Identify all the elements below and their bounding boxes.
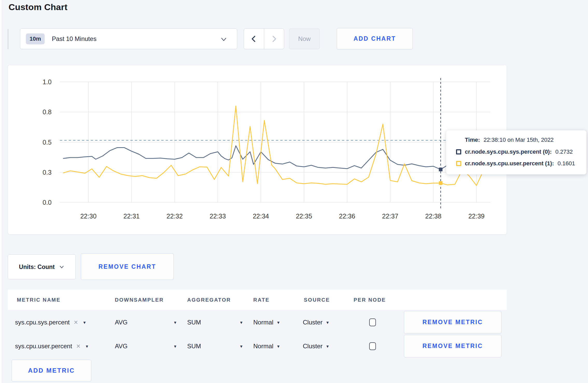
svg-text:0.5: 0.5 xyxy=(43,139,52,146)
caret-down-icon[interactable]: ▼ xyxy=(239,344,243,349)
column-header-downsampler: DOWNSAMPLER xyxy=(115,297,164,303)
tooltip-series-value: 0.2732 xyxy=(555,148,573,155)
source-select[interactable]: Cluster xyxy=(303,319,323,326)
chevron-down-icon xyxy=(59,264,65,270)
metric-row: sys.cpu.user.percent × ▼ AVG ▼ SUM ▼ Nor… xyxy=(8,335,507,358)
tooltip-time: Time:22:38:10 on Mar 15th, 2022 xyxy=(465,137,554,143)
chart-panel: 0.00.30.50.81.022:3022:3122:3222:3322:34… xyxy=(8,65,507,235)
metric-row: sys.cpu.sys.percent × ▼ AVG ▼ SUM ▼ Norm… xyxy=(8,311,507,334)
svg-text:22:38: 22:38 xyxy=(425,212,442,220)
remove-metric-button[interactable]: REMOVE METRIC xyxy=(404,311,501,334)
previous-timespan-button[interactable] xyxy=(244,29,264,49)
svg-text:0.0: 0.0 xyxy=(43,199,52,206)
add-chart-button[interactable]: ADD CHART xyxy=(337,28,413,49)
tooltip-series-value: 0.1601 xyxy=(558,160,575,167)
column-header-metric-name: METRIC NAME xyxy=(17,297,61,303)
tooltip-time-label: Time: xyxy=(465,137,480,143)
remove-metric-button[interactable]: REMOVE METRIC xyxy=(404,335,501,357)
remove-chart-button[interactable]: REMOVE CHART xyxy=(81,253,174,280)
svg-text:22:36: 22:36 xyxy=(339,212,355,220)
svg-text:1.0: 1.0 xyxy=(43,78,52,86)
svg-text:22:35: 22:35 xyxy=(296,212,312,220)
chart-svg[interactable]: 0.00.30.50.81.022:3022:3122:3222:3322:34… xyxy=(8,65,507,235)
tooltip-series-name: cr.node.sys.cpu.sys.percent (0): xyxy=(465,148,552,155)
chart-tooltip: Time:22:38:10 on Mar 15th, 2022 cr.node.… xyxy=(446,130,586,174)
time-nav-group xyxy=(244,29,284,49)
svg-text:22:30: 22:30 xyxy=(80,212,97,220)
caret-down-icon[interactable]: ▼ xyxy=(326,320,330,325)
chevron-down-icon xyxy=(220,36,227,44)
timescale-dropdown[interactable]: 10m Past 10 Minutes xyxy=(20,29,237,49)
svg-text:0.8: 0.8 xyxy=(43,108,52,116)
caret-down-icon[interactable]: ▼ xyxy=(276,344,280,349)
rate-select[interactable]: Normal xyxy=(253,343,273,350)
downsampler-select[interactable]: AVG xyxy=(115,319,128,326)
caret-down-icon[interactable]: ▼ xyxy=(83,320,87,325)
caret-down-icon[interactable]: ▼ xyxy=(276,320,280,325)
timescale-label: Past 10 Minutes xyxy=(52,35,96,42)
per-node-checkbox[interactable] xyxy=(369,342,376,350)
clear-metric-icon[interactable]: × xyxy=(74,318,78,327)
column-header-source: SOURCE xyxy=(304,297,330,303)
source-select[interactable]: Cluster xyxy=(303,343,323,350)
svg-text:22:34: 22:34 xyxy=(253,212,269,220)
add-metric-button[interactable]: ADD METRIC xyxy=(12,360,91,381)
units-label: Units: Count xyxy=(19,264,55,271)
column-header-aggregator: AGGREGATOR xyxy=(187,297,231,303)
now-button[interactable]: Now xyxy=(289,29,320,49)
column-header-per-node: PER NODE xyxy=(354,297,386,303)
per-node-checkbox[interactable] xyxy=(369,318,376,326)
svg-text:22:32: 22:32 xyxy=(166,212,183,220)
page-title: Custom Chart xyxy=(9,2,67,12)
next-timespan-button[interactable] xyxy=(264,29,284,49)
caret-down-icon[interactable]: ▼ xyxy=(85,344,89,349)
metric-name-value[interactable]: sys.cpu.user.percent xyxy=(15,343,72,350)
chevron-left-icon xyxy=(250,35,258,43)
caret-down-icon[interactable]: ▼ xyxy=(173,320,177,325)
tooltip-time-value: 22:38:10 on Mar 15th, 2022 xyxy=(484,137,554,143)
units-dropdown[interactable]: Units: Count xyxy=(8,254,76,279)
tooltip-series-row: cr.node.sys.cpu.sys.percent (0): 0.2732 xyxy=(456,148,573,155)
aggregator-select[interactable]: SUM xyxy=(187,343,201,350)
svg-text:22:33: 22:33 xyxy=(210,212,226,220)
svg-text:22:31: 22:31 xyxy=(123,212,140,220)
metric-name-value[interactable]: sys.cpu.sys.percent xyxy=(15,319,70,326)
svg-text:22:39: 22:39 xyxy=(468,212,485,220)
caret-down-icon[interactable]: ▼ xyxy=(173,344,177,349)
toolbar-divider xyxy=(8,29,8,49)
svg-text:0.3: 0.3 xyxy=(43,169,52,176)
page-left-gutter xyxy=(0,0,2,383)
series-swatch-sys-icon xyxy=(456,149,461,154)
svg-text:22:37: 22:37 xyxy=(382,212,398,220)
chevron-right-icon xyxy=(270,35,278,43)
caret-down-icon[interactable]: ▼ xyxy=(239,320,243,325)
downsampler-select[interactable]: AVG xyxy=(115,343,128,350)
series-swatch-user-icon xyxy=(456,161,461,166)
caret-down-icon[interactable]: ▼ xyxy=(326,344,330,349)
timescale-badge: 10m xyxy=(26,33,45,44)
rate-select[interactable]: Normal xyxy=(253,319,273,326)
column-header-rate: RATE xyxy=(253,297,270,303)
aggregator-select[interactable]: SUM xyxy=(187,319,201,326)
tooltip-series-name: cr.node.sys.cpu.user.percent (1): xyxy=(465,160,554,167)
clear-metric-icon[interactable]: × xyxy=(76,342,80,350)
tooltip-series-row: cr.node.sys.cpu.user.percent (1): 0.1601 xyxy=(456,160,575,167)
